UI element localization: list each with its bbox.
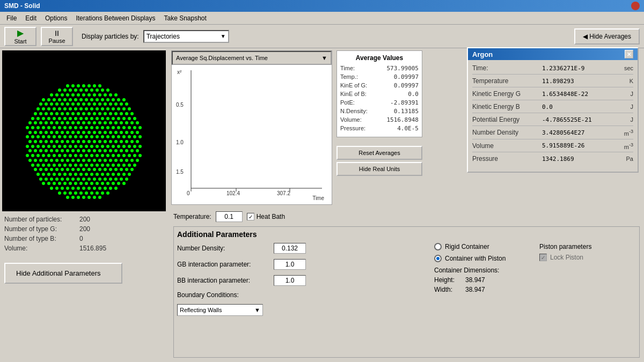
particle [90,182,93,185]
particle [82,131,85,134]
particle [106,135,109,138]
particle [77,196,80,199]
menu-iterations[interactable]: Iterations Between Displays [71,13,159,23]
display-dropdown[interactable]: Trajectories ▼ [143,30,229,43]
particle [109,131,112,134]
particle [55,159,58,162]
particle [50,121,53,124]
particle [69,182,72,185]
particle [136,131,139,134]
particle [122,117,126,120]
particle [120,112,123,115]
particle [77,159,80,162]
particle [98,131,101,134]
temperature-input[interactable]: 0.1 [216,211,243,222]
particles-label: Number of particles: [4,216,79,223]
particle [66,93,69,97]
particle [106,98,109,101]
particle [90,126,93,129]
particle [71,159,75,162]
hide-real-units-button[interactable]: Hide Real Units [336,162,422,176]
particle [31,164,34,167]
particle [128,107,131,110]
particle [77,187,80,190]
particle [36,154,40,157]
argon-close-button[interactable]: ✕ [625,50,633,58]
pause-button[interactable]: ⏸ Pause [41,27,73,46]
particle [87,196,91,199]
particle [28,121,32,124]
particle [63,173,67,176]
bb-input[interactable]: 1.0 [274,275,306,286]
argon-unit-4: J [617,116,633,123]
start-button[interactable]: ▶ Start [4,27,36,46]
particle [34,159,37,162]
particle [101,88,104,92]
avg-val-3: 0.0 [408,91,419,98]
piston-container-radio[interactable] [434,255,442,262]
particle [55,149,58,152]
argon-title: Argon [472,50,493,58]
width-row: Width: 38.947 [434,286,531,293]
number-density-row: Number Density: 0.132 [177,243,426,254]
particle [106,88,109,92]
particle [117,107,120,110]
argon-val-0: 1.2336271E-9 [542,65,617,72]
heat-bath-checkbox[interactable]: ✓ [247,213,254,220]
menu-options[interactable]: Options [41,13,71,23]
rigid-container-radio[interactable] [434,243,442,250]
typeB-label: Number of type B: [4,235,79,242]
gb-input[interactable]: 1.0 [274,259,306,270]
particle [122,145,126,148]
close-button[interactable] [631,2,640,10]
x-tick-0: 0 [187,190,190,196]
particle [71,196,75,199]
particle [96,98,99,101]
display-particles-label: Display particles by: [82,33,139,40]
title-text: SMD - Solid [4,2,40,10]
hide-averages-button[interactable]: ◀ Hide Averages [574,28,640,45]
particle [55,121,58,124]
menu-snapshot[interactable]: Take Snapshot [159,13,210,23]
params-middle: Rigid Container Container with Piston Co… [434,243,531,321]
display-value: Trajectories [147,33,180,40]
lock-piston-checkbox[interactable]: ✓ [539,254,547,261]
particle [82,187,85,190]
particle [114,93,118,97]
particle [96,182,99,185]
particle [71,140,75,143]
particle [55,112,58,115]
particle [117,164,120,167]
menu-file[interactable]: File [2,13,21,23]
particle [36,173,40,176]
particle [109,93,112,97]
particle [45,131,48,134]
particle [117,182,120,185]
heat-bath-checkbox-label[interactable]: ✓ Heat Bath [247,213,285,220]
particle [120,168,123,171]
particle [47,164,50,167]
particle [109,102,112,106]
particle [104,159,107,162]
reset-averages-button[interactable]: Reset Averages [336,146,422,160]
particle [55,178,58,181]
hide-additional-params-button[interactable]: Hide Additional Parameters [4,263,122,284]
heat-bath-label: Heat Bath [257,213,285,220]
particle [39,168,42,171]
particle [50,159,53,162]
menu-edit[interactable]: Edit [21,13,41,23]
boundary-dropdown[interactable]: Reflecting Walls ▼ [177,304,263,316]
argon-key-4: Potential Energy [472,116,542,123]
graph-dropdown[interactable]: Average Sq.Displacement vs. Time ▼ [172,51,332,65]
avg-row-3: KinE of B:0.0 [340,91,419,98]
particle [63,107,67,110]
particle [53,126,56,129]
argon-val-7: 1342.1869 [542,156,617,162]
particle [69,173,72,176]
particle [42,145,45,148]
temperature-value: 0.1 [224,213,233,220]
number-density-input[interactable]: 0.132 [274,243,306,254]
particle [98,159,101,162]
particle [125,149,128,152]
sim-stats: Number of particles: 200 Number of type … [2,211,167,258]
